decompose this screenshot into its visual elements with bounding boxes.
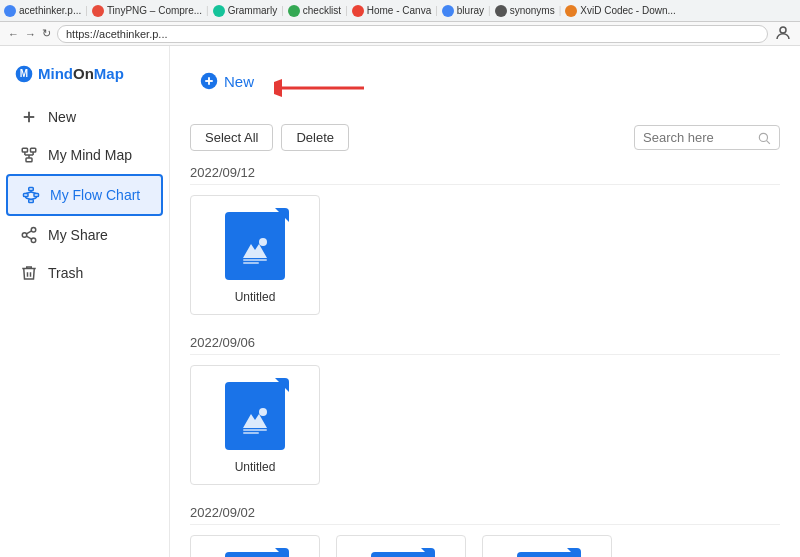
section-2: 2022/09/02 bbox=[190, 505, 780, 557]
red-arrow-icon bbox=[274, 73, 374, 103]
search-box[interactable] bbox=[634, 125, 780, 150]
files-row-1: Untitled bbox=[190, 365, 780, 485]
svg-rect-6 bbox=[31, 148, 36, 152]
sidebar-item-trash[interactable]: Trash bbox=[6, 254, 163, 292]
date-label-1: 2022/09/06 bbox=[190, 335, 780, 355]
date-label-0: 2022/09/12 bbox=[190, 165, 780, 185]
map-icon bbox=[20, 146, 38, 164]
url-bar: ← → ↻ bbox=[0, 22, 800, 46]
new-plus-icon bbox=[200, 72, 218, 90]
forward-button[interactable]: → bbox=[25, 28, 36, 40]
file-card-2-1[interactable] bbox=[336, 535, 466, 557]
search-icon bbox=[757, 131, 771, 145]
svg-marker-40 bbox=[243, 414, 267, 428]
svg-line-18 bbox=[26, 192, 31, 194]
browser-tab-bar: acethinker.p... | TinyPNG – Compre... | … bbox=[0, 0, 800, 22]
section-0: 2022/09/12 Untitled bbox=[190, 165, 780, 315]
svg-line-23 bbox=[31, 198, 36, 200]
file-name-1-0: Untitled bbox=[235, 460, 276, 474]
date-label-2: 2022/09/02 bbox=[190, 505, 780, 525]
sidebar-item-share[interactable]: My Share bbox=[6, 216, 163, 254]
file-thumb-icon-0-0 bbox=[237, 228, 273, 264]
main-content: New Select All Delete bbox=[170, 46, 800, 557]
file-thumb-0-0 bbox=[225, 212, 285, 280]
tab-label-4: Home - Canva bbox=[367, 5, 431, 16]
svg-rect-13 bbox=[29, 188, 34, 191]
logo: M MindOnMap bbox=[0, 56, 169, 98]
file-card-2-0[interactable] bbox=[190, 535, 320, 557]
file-thumb-2-2 bbox=[517, 552, 577, 557]
browser-tab-7[interactable]: XviD Codec - Down... bbox=[565, 5, 676, 17]
files-row-0: Untitled bbox=[190, 195, 780, 315]
browser-tab-6[interactable]: synonyms bbox=[495, 5, 555, 17]
app-container: M MindOnMap New bbox=[0, 46, 800, 557]
svg-point-34 bbox=[759, 133, 767, 141]
new-button[interactable]: New bbox=[190, 66, 264, 96]
reload-button[interactable]: ↻ bbox=[42, 27, 51, 40]
section-1: 2022/09/06 Untitled bbox=[190, 335, 780, 485]
file-thumb-2-0 bbox=[225, 552, 285, 557]
sidebar-item-flow-chart[interactable]: My Flow Chart bbox=[6, 174, 163, 216]
file-name-0-0: Untitled bbox=[235, 290, 276, 304]
browser-tab-4[interactable]: Home - Canva bbox=[352, 5, 431, 17]
delete-button[interactable]: Delete bbox=[281, 124, 349, 151]
svg-rect-7 bbox=[26, 158, 32, 162]
sidebar-item-new-label: New bbox=[48, 109, 76, 125]
browser-tab-3[interactable]: checklist bbox=[288, 5, 341, 17]
user-profile-icon[interactable] bbox=[774, 24, 792, 44]
tab-favicon-7 bbox=[565, 5, 577, 17]
arrow-indicator bbox=[274, 73, 374, 103]
tab-label-1: TinyPNG – Compre... bbox=[107, 5, 202, 16]
tab-favicon-3 bbox=[288, 5, 300, 17]
browser-tab-5[interactable]: bluray bbox=[442, 5, 484, 17]
svg-rect-43 bbox=[243, 432, 259, 434]
search-input[interactable] bbox=[643, 130, 753, 145]
tab-favicon-0 bbox=[4, 5, 16, 17]
browser-tab-0[interactable]: acethinker.p... bbox=[4, 5, 81, 17]
tab-label-6: synonyms bbox=[510, 5, 555, 16]
svg-line-27 bbox=[26, 236, 31, 239]
files-row-2 bbox=[190, 535, 780, 557]
browser-tab-1[interactable]: TinyPNG – Compre... bbox=[92, 5, 202, 17]
sidebar-item-mind-map[interactable]: My Mind Map bbox=[6, 136, 163, 174]
svg-point-41 bbox=[259, 408, 267, 416]
back-button[interactable]: ← bbox=[8, 28, 19, 40]
svg-point-26 bbox=[31, 238, 36, 243]
tab-label-7: XviD Codec - Down... bbox=[580, 5, 676, 16]
svg-point-37 bbox=[259, 238, 267, 246]
svg-rect-39 bbox=[243, 262, 259, 264]
svg-rect-5 bbox=[22, 148, 27, 152]
url-input[interactable] bbox=[57, 25, 768, 43]
tab-label-5: bluray bbox=[457, 5, 484, 16]
tab-favicon-6 bbox=[495, 5, 507, 17]
sidebar-item-new[interactable]: New bbox=[6, 98, 163, 136]
select-all-button[interactable]: Select All bbox=[190, 124, 273, 151]
svg-line-28 bbox=[26, 231, 31, 234]
svg-line-21 bbox=[26, 198, 31, 200]
svg-rect-42 bbox=[243, 429, 267, 431]
sidebar-item-trash-label: Trash bbox=[48, 265, 83, 281]
file-card-0-0[interactable]: Untitled bbox=[190, 195, 320, 315]
svg-rect-14 bbox=[24, 194, 29, 197]
file-card-1-0[interactable]: Untitled bbox=[190, 365, 320, 485]
svg-point-24 bbox=[31, 228, 36, 233]
logo-icon: M bbox=[14, 64, 34, 84]
tab-favicon-5 bbox=[442, 5, 454, 17]
svg-rect-16 bbox=[29, 200, 34, 203]
svg-text:M: M bbox=[20, 68, 28, 79]
new-button-label: New bbox=[224, 73, 254, 90]
file-card-2-2[interactable] bbox=[482, 535, 612, 557]
toolbar-row: Select All Delete bbox=[190, 124, 780, 151]
file-thumb-icon-1-0 bbox=[237, 398, 273, 434]
svg-point-0 bbox=[780, 27, 786, 33]
tab-label-2: Grammarly bbox=[228, 5, 277, 16]
tab-favicon-2 bbox=[213, 5, 225, 17]
flow-icon bbox=[22, 186, 40, 204]
svg-rect-15 bbox=[34, 194, 39, 197]
sidebar-item-mind-map-label: My Mind Map bbox=[48, 147, 132, 163]
tab-label-3: checklist bbox=[303, 5, 341, 16]
plus-icon bbox=[20, 108, 38, 126]
browser-tab-2[interactable]: Grammarly bbox=[213, 5, 277, 17]
new-button-row: New bbox=[190, 66, 780, 110]
trash-icon bbox=[20, 264, 38, 282]
